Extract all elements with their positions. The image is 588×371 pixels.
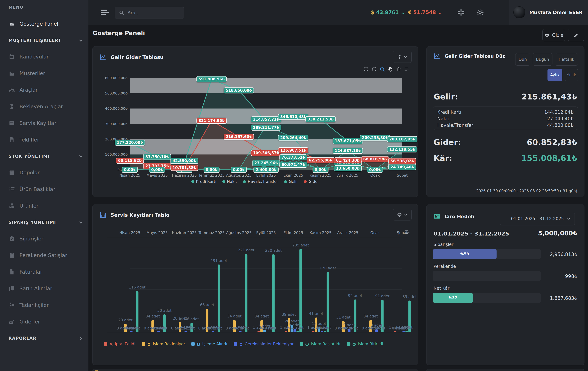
gelir-label: Gelir: <box>434 92 458 101</box>
chevron-down-icon <box>78 38 84 43</box>
x-axis-label: Haziran 2025 <box>172 173 197 178</box>
dollar-icon: $ <box>371 10 374 15</box>
check-icon <box>352 342 356 346</box>
income-breakdown-box: Kredi Kartı 144.012,04₺ Nakit 27.049,40₺… <box>433 107 578 130</box>
legend-item-i-şlem-başlatıldı-[interactable]: İşlem Başlatıldı. <box>300 342 342 346</box>
compress-icon[interactable] <box>457 8 465 17</box>
hide-button[interactable]: Gizle <box>542 29 565 41</box>
legend-item-i-şlem-bekleniyor-[interactable]: İşlem Bekleniyor. <box>142 342 186 346</box>
avatar <box>513 6 525 18</box>
x-axis-label: Ağustos 2025 <box>226 173 252 178</box>
sidebar-item-tedarikçiler[interactable]: Tedarikçiler <box>0 300 88 311</box>
gider-value: 60.852,83₺ <box>527 138 577 147</box>
data-label: 330.211,53₺ <box>305 116 336 122</box>
breakdown-label: Kredi Kartı <box>437 110 461 115</box>
progress-fill: %37 <box>433 293 473 303</box>
sidebar-item-giderler[interactable]: Giderler <box>0 316 88 327</box>
target-row-value: 998₺ <box>565 273 577 279</box>
page-title: Gösterge Paneli <box>93 30 145 37</box>
legend-item-i-ptal-edildi-[interactable]: İptal Edildi. <box>104 342 136 346</box>
legend-item-nakit[interactable]: Nakit <box>222 179 237 184</box>
progress-track <box>433 271 541 281</box>
search-input[interactable] <box>127 10 178 16</box>
data-label: 289.211,77₺ <box>251 125 281 130</box>
legend-item-gider[interactable]: Gider <box>304 179 319 184</box>
brightness-icon[interactable] <box>476 8 484 17</box>
period-monthly-button[interactable]: Aylık <box>547 69 562 81</box>
sidebar-menu-label: MENU <box>9 5 23 10</box>
motorcycle-icon <box>9 87 15 93</box>
user-menu[interactable]: Mustafa Ömer ESER <box>509 0 588 25</box>
range-yesterday-button[interactable]: Dün <box>515 53 530 66</box>
data-label: 83.750,10₺ <box>143 154 171 160</box>
person-box-icon <box>9 302 15 309</box>
svg-text:220 adet: 220 adet <box>265 248 282 253</box>
data-label: 68.816,58₺ <box>361 156 389 162</box>
sidebar-item-satın-alımlar[interactable]: Satın Alımlar <box>0 283 88 294</box>
data-label: 0,00₺ <box>204 167 220 173</box>
legend-square-icon <box>347 342 350 346</box>
legend-dot-icon <box>191 180 194 183</box>
income-summary-card: Gelir Gider Tablosu Düz Dün Bugün Haftal… <box>426 46 585 197</box>
kar-label: Kâr: <box>434 153 452 163</box>
sidebar-section-stok-yöneti-mi-[interactable]: STOK YÖNETİMİ <box>0 151 88 162</box>
partial-card <box>426 369 585 371</box>
hamburger-menu-icon[interactable] <box>99 7 110 18</box>
data-label: 209.235,30₺ <box>360 135 390 141</box>
sidebar-item-ürünler[interactable]: Ürünler <box>0 200 88 211</box>
svg-text:221 adet: 221 adet <box>238 248 254 252</box>
data-label: 591.908,96₺ <box>196 76 227 82</box>
data-label: 60.115,62₺ <box>116 158 144 164</box>
chart1-legend: Kredi KartıNakitHavale/TransferGelirGide… <box>93 179 418 184</box>
legend-item-gelir[interactable]: Gelir <box>284 179 298 184</box>
sidebar-item-ürün-başlıkları[interactable]: Ürün Başlıkları <box>0 184 88 195</box>
target-range-select[interactable]: 01.01.2025 - 31.12.2025 <box>500 212 575 225</box>
sidebar-section-raporlar[interactable]: RAPORLAR <box>0 333 88 344</box>
legend-dot-icon <box>284 180 287 183</box>
sidebar-section-müşteri-i-li-şki-leri-[interactable]: MÜŞTERİ İLİŞKİLERİ <box>0 35 88 46</box>
range-today-button[interactable]: Bugün <box>533 53 552 66</box>
x-axis-label: Temmuz 2025 <box>199 173 225 178</box>
income-expense-chart-card: Gelir Gider Tablosu 600.000,00₺500.000,0… <box>92 46 418 197</box>
sidebar-item-depolar[interactable]: Depolar <box>0 167 88 178</box>
sidebar-item-araçlar[interactable]: Araçlar <box>0 84 88 96</box>
search-icon <box>119 10 124 16</box>
svg-text:1 adet: 1 adet <box>319 325 331 330</box>
sidebar-item-bekleyen-araçlar[interactable]: Bekleyen Araçlar <box>0 101 88 112</box>
legend-item-i-şleme-alındı-[interactable]: İşleme Alındı. <box>191 342 228 346</box>
sidebar-item-müşteriler[interactable]: Müşteriler <box>0 68 88 79</box>
legend-item-kredi-kartı[interactable]: Kredi Kartı <box>191 179 216 184</box>
topbar: $ 43.9761 € 51.7548 Mustafa Ömer ESER <box>88 0 588 25</box>
svg-text:0 adet: 0 adet <box>128 326 140 330</box>
sidebar-item-randevular[interactable]: Randevular <box>0 51 88 62</box>
sidebar-item-siparişler[interactable]: Siparişler <box>0 233 88 244</box>
sidebar-item-teklifler[interactable]: Teklifler <box>0 134 88 145</box>
legend-square-icon <box>234 342 237 346</box>
x-icon <box>109 342 113 346</box>
factory-icon <box>9 70 15 77</box>
sidebar-item-faturalar[interactable]: Faturalar <box>0 266 88 278</box>
legend-item-havale-transfer[interactable]: Havale/Transfer <box>243 179 278 184</box>
svg-text:1 adet: 1 adet <box>401 325 412 330</box>
data-label: 187.671,05₺ <box>333 138 363 144</box>
sidebar-item-perakende-satışlar[interactable]: Perakende Satışlar <box>0 250 88 261</box>
data-label: 0,00₺ <box>149 167 165 173</box>
legend-item-i-şlem-bitirildi-[interactable]: İşlem Bitirildi. <box>347 342 384 346</box>
period-yearly-button[interactable]: Yıllık <box>565 69 578 81</box>
chevron-down-icon <box>78 154 84 159</box>
legend-item-gereksinimler-bekleniyor-[interactable]: Gereksinimler Bekleniyor. <box>234 342 294 346</box>
breakdown-value: 27.049,40₺ <box>547 116 574 121</box>
data-label: 0,00₺ <box>313 167 328 173</box>
list-card-icon <box>9 120 15 127</box>
sidebar-item-servis-kayıtları[interactable]: Servis Kayıtları <box>0 118 88 129</box>
edit-button[interactable] <box>568 29 584 41</box>
money-check-icon <box>433 213 441 220</box>
chevron-down-icon <box>78 220 84 225</box>
data-label: 13.650,00₺ <box>334 165 362 171</box>
search-box[interactable] <box>115 7 184 19</box>
sidebar-section-si-pari-ş-yöneti-mi-[interactable]: SİPARİŞ YÖNETİMİ <box>0 217 88 228</box>
range-weekly-button[interactable]: Haftalık <box>555 53 578 66</box>
chevron-right-icon <box>78 336 84 341</box>
data-label: 61.424,30₺ <box>334 157 362 163</box>
sidebar-item-gösterge-paneli[interactable]: Gösterge Paneli <box>0 18 88 30</box>
